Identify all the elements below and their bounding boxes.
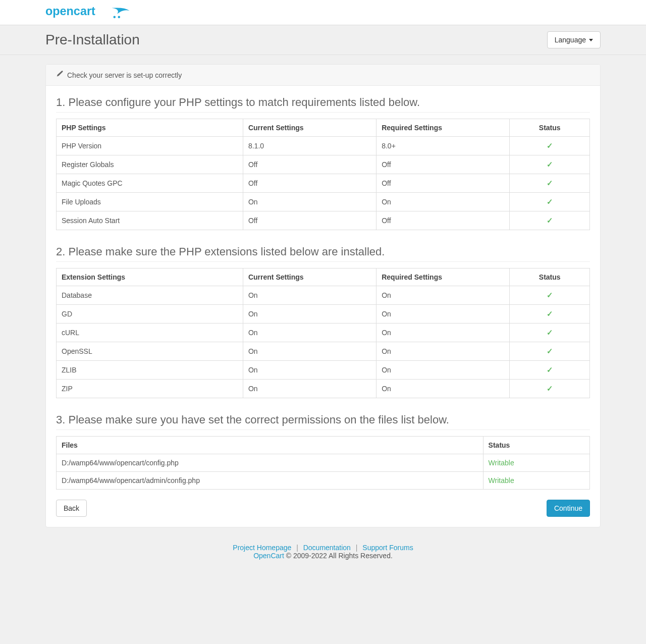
footer-link-opencart[interactable]: OpenCart [253, 552, 284, 560]
cell: Off [243, 155, 376, 174]
cell-status: Writable [483, 472, 589, 490]
page-title: Pre-Installation [45, 32, 140, 48]
svg-text:opencart: opencart [45, 5, 95, 18]
cell: On [243, 342, 376, 361]
check-icon: ✓ [547, 347, 553, 355]
table-row: DatabaseOnOn✓ [57, 286, 590, 305]
svg-point-1 [114, 16, 116, 19]
table-row: GDOnOn✓ [57, 305, 590, 324]
table-header: Extension Settings [57, 269, 243, 286]
footer-link-forums[interactable]: Support Forums [362, 544, 413, 552]
table-header: Current Settings [243, 119, 376, 137]
cell: Off [376, 155, 510, 174]
cell: File Uploads [57, 193, 243, 211]
check-icon: ✓ [547, 384, 553, 393]
table-row: PHP Version8.1.08.0+✓ [57, 137, 590, 155]
table-header: Status [510, 269, 590, 286]
cell-status: ✓ [510, 137, 590, 155]
main-panel: Check your server is set-up correctly 1.… [45, 64, 601, 527]
section1-title: 1. Please configure your PHP settings to… [56, 96, 590, 113]
cell: On [243, 324, 376, 342]
footer-copyright: © 2009-2022 All Rights Reserved. [284, 552, 393, 560]
files-table: Files Status D:/wamp64/www/opencart/conf… [56, 436, 590, 490]
cell-status: ✓ [510, 193, 590, 211]
cell-status: ✓ [510, 305, 590, 324]
header-bar: Pre-Installation Language [0, 25, 646, 55]
panel-heading: Check your server is set-up correctly [46, 65, 600, 86]
table-row: cURLOnOn✓ [57, 324, 590, 342]
footer: Project Homepage | Documentation | Suppo… [45, 538, 601, 575]
cell-status: ✓ [510, 361, 590, 380]
cell: 8.1.0 [243, 137, 376, 155]
cell: On [376, 305, 510, 324]
table-header: PHP Settings [57, 119, 243, 137]
back-button[interactable]: Back [56, 500, 87, 517]
cell: D:/wamp64/www/opencart/admin/config.php [57, 472, 483, 490]
language-label: Language [555, 36, 586, 44]
table-row: D:/wamp64/www/opencart/config.phpWritabl… [57, 454, 590, 472]
table-row: ZLIBOnOn✓ [57, 361, 590, 380]
cell: On [376, 193, 510, 211]
section2-title: 2. Please make sure the PHP extensions l… [56, 245, 590, 262]
pencil-icon [56, 71, 63, 79]
table-row: D:/wamp64/www/opencart/admin/config.phpW… [57, 472, 590, 490]
cell-status: ✓ [510, 380, 590, 398]
php-settings-table: PHP Settings Current Settings Required S… [56, 119, 590, 230]
cell-status: ✓ [510, 342, 590, 361]
cell: ZIP [57, 380, 243, 398]
table-header: Required Settings [376, 119, 510, 137]
cell-status: ✓ [510, 174, 590, 193]
check-icon: ✓ [547, 309, 553, 318]
table-row: Register GlobalsOffOff✓ [57, 155, 590, 174]
navbar: opencart [0, 0, 646, 25]
check-icon: ✓ [547, 291, 553, 299]
cell: Database [57, 286, 243, 305]
check-icon: ✓ [547, 216, 553, 225]
cell-status: ✓ [510, 155, 590, 174]
cell: ZLIB [57, 361, 243, 380]
cell: Register Globals [57, 155, 243, 174]
table-header: Status [510, 119, 590, 137]
cell: Session Auto Start [57, 211, 243, 230]
cell: Off [243, 211, 376, 230]
table-row: OpenSSLOnOn✓ [57, 342, 590, 361]
cell: D:/wamp64/www/opencart/config.php [57, 454, 483, 472]
cell-status: ✓ [510, 324, 590, 342]
cell: PHP Version [57, 137, 243, 155]
cell: cURL [57, 324, 243, 342]
cell: On [376, 324, 510, 342]
cell: On [243, 193, 376, 211]
cell: On [243, 286, 376, 305]
table-row: Magic Quotes GPCOffOff✓ [57, 174, 590, 193]
cell: On [376, 380, 510, 398]
opencart-logo-icon: opencart [45, 3, 136, 21]
cell: On [243, 380, 376, 398]
check-icon: ✓ [547, 179, 553, 187]
cell: Off [243, 174, 376, 193]
cell: Magic Quotes GPC [57, 174, 243, 193]
cell-status: ✓ [510, 211, 590, 230]
table-header: Files [57, 437, 483, 454]
table-header: Status [483, 437, 589, 454]
cell: Off [376, 174, 510, 193]
cell: OpenSSL [57, 342, 243, 361]
cell: Off [376, 211, 510, 230]
language-dropdown[interactable]: Language [547, 31, 601, 48]
footer-link-home[interactable]: Project Homepage [233, 544, 291, 552]
check-icon: ✓ [547, 197, 553, 206]
cell: GD [57, 305, 243, 324]
caret-down-icon [589, 39, 593, 41]
footer-link-docs[interactable]: Documentation [303, 544, 351, 552]
check-icon: ✓ [547, 160, 553, 169]
table-row: ZIPOnOn✓ [57, 380, 590, 398]
table-header: Current Settings [243, 269, 376, 286]
section3-title: 3. Please make sure you have set the cor… [56, 413, 590, 430]
svg-point-2 [118, 16, 121, 19]
cell-status: Writable [483, 454, 589, 472]
cell: On [243, 305, 376, 324]
check-icon: ✓ [547, 328, 553, 337]
logo-link[interactable]: opencart [45, 3, 136, 22]
continue-button[interactable]: Continue [547, 500, 590, 517]
panel-heading-text: Check your server is set-up correctly [67, 71, 182, 79]
table-row: File UploadsOnOn✓ [57, 193, 590, 211]
